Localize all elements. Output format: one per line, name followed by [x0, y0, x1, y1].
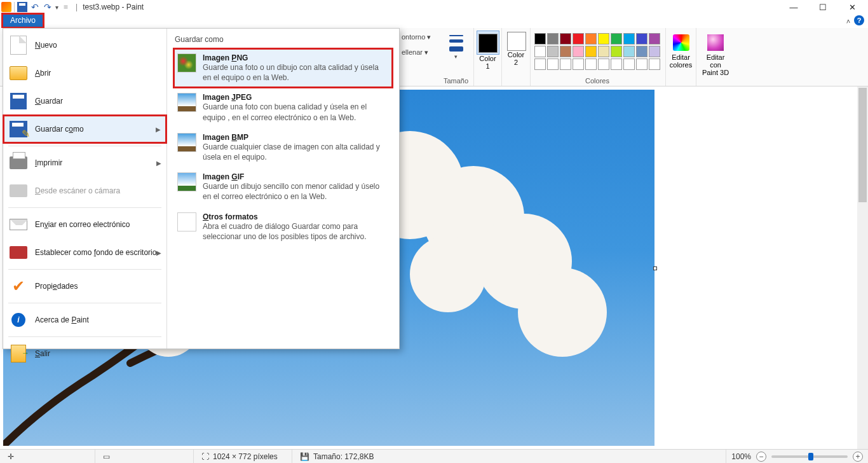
palette-swatch[interactable]: [547, 33, 559, 45]
menu-separator: [8, 336, 161, 337]
menu-properties[interactable]: ✔Propiedades: [3, 272, 166, 300]
dimensions-icon: ⛶: [201, 452, 209, 461]
file-menu: Nuevo Abrir Guardar Guardar como▶ Imprim…: [3, 28, 400, 349]
menu-save[interactable]: Guardar: [3, 87, 166, 115]
bmp-icon: [177, 133, 196, 152]
info-icon: i: [11, 313, 25, 327]
palette-swatch[interactable]: [636, 59, 648, 70]
vertical-scrollbar[interactable]: [857, 86, 868, 449]
zoom-in-button[interactable]: +: [853, 452, 863, 462]
title-bar: ↶ ↷ ▾ = | test3.webp - Paint — ☐ ✕: [0, 0, 868, 14]
palette-swatch[interactable]: [636, 46, 648, 57]
qat-separator: [14, 2, 15, 12]
gif-desc: Guarde un dibujo sencillo con menor cali…: [203, 181, 389, 202]
color-palette[interactable]: [534, 31, 660, 70]
maximize-button[interactable]: ☐: [808, 0, 837, 14]
saveas-jpeg[interactable]: Imagen JPEGGuarde una foto con buena cal…: [173, 88, 393, 127]
close-button[interactable]: ✕: [837, 0, 867, 14]
palette-swatch[interactable]: [636, 33, 648, 45]
menu-save-as[interactable]: Guardar como▶: [3, 115, 166, 143]
palette-swatch[interactable]: [547, 46, 559, 57]
palette-group: Colores: [530, 28, 666, 86]
color1-group[interactable]: Color 1: [474, 28, 502, 86]
palette-swatch[interactable]: [560, 46, 571, 57]
saveas-gif[interactable]: Imagen GIFGuarde un dibujo sencillo con …: [173, 167, 393, 207]
palette-swatch[interactable]: [611, 59, 622, 70]
palette-swatch[interactable]: [573, 33, 584, 45]
color2-swatch: [507, 32, 526, 51]
menu-set-wallpaper[interactable]: Establecer como fondo de escritorio▶: [3, 238, 166, 266]
collapse-ribbon-icon[interactable]: ʌ: [846, 17, 850, 24]
palette-swatch[interactable]: [598, 33, 609, 45]
svg-point-10: [410, 236, 486, 312]
size-button[interactable]: [446, 33, 466, 53]
fill-dropdown[interactable]: ellenar ▾: [402, 48, 428, 57]
palette-swatch[interactable]: [585, 46, 597, 57]
zoom-out-button[interactable]: −: [756, 452, 766, 462]
palette-swatch[interactable]: [598, 46, 609, 57]
menu-separator: [8, 146, 161, 146]
menu-print[interactable]: Imprimir▶: [3, 149, 166, 177]
palette-swatch[interactable]: [547, 59, 559, 70]
palette-swatch[interactable]: [560, 59, 571, 70]
zoom-slider[interactable]: [771, 455, 848, 458]
separator: |: [73, 3, 80, 11]
palette-swatch[interactable]: [623, 46, 635, 57]
color1-swatch: [478, 34, 498, 53]
saveas-bmp[interactable]: Imagen BMPGuarde cualquier clase de imag…: [173, 128, 393, 167]
zoom-controls: 100% − +: [726, 452, 868, 462]
menu-new[interactable]: Nuevo: [3, 31, 166, 59]
palette-swatch[interactable]: [534, 33, 546, 45]
palette-swatch[interactable]: [623, 33, 635, 45]
scrollbar-thumb[interactable]: [858, 88, 867, 202]
undo-icon[interactable]: ↶: [30, 2, 40, 12]
palette-swatch[interactable]: [573, 59, 584, 70]
menu-send-email[interactable]: Enviar en correo electrónico: [3, 211, 166, 238]
qat-customize-icon[interactable]: ▾: [55, 4, 58, 11]
minimize-button[interactable]: —: [779, 0, 808, 14]
help-icon[interactable]: ?: [854, 15, 864, 25]
bmp-desc: Guarde cualquier clase de imagen con alt…: [203, 142, 389, 162]
menu-exit[interactable]: Salir: [3, 340, 166, 368]
palette-swatch[interactable]: [560, 33, 571, 45]
png-desc: Guarde una foto o un dibujo con alta cal…: [203, 62, 389, 83]
redo-icon[interactable]: ↷: [43, 2, 53, 12]
outline-dropdown[interactable]: ontorno ▾: [402, 33, 431, 41]
menu-open[interactable]: Abrir: [3, 59, 166, 87]
palette-swatch[interactable]: [649, 33, 660, 45]
color2-group[interactable]: Color 2: [502, 28, 530, 86]
edit-colors-button[interactable]: Editar colores: [666, 28, 696, 86]
jpeg-icon: [177, 93, 196, 112]
jpeg-desc: Guarde una foto con buena calidad y úsel…: [203, 102, 389, 122]
menu-about[interactable]: iAcerca de Paint: [3, 306, 166, 334]
zoom-level: 100%: [731, 452, 751, 461]
paint3d-button[interactable]: Editar con Paint 3D: [696, 28, 735, 86]
resize-handle-right[interactable]: [653, 266, 657, 270]
palette-swatch[interactable]: [573, 46, 584, 57]
separator: =: [61, 3, 71, 11]
png-icon: [177, 53, 196, 73]
palette-swatch[interactable]: [534, 59, 546, 70]
save-icon[interactable]: [17, 2, 27, 12]
disk-icon: 💾: [300, 452, 309, 461]
selection-icon: ▭: [103, 452, 110, 461]
palette-swatch[interactable]: [611, 46, 622, 57]
palette-swatch[interactable]: [534, 46, 546, 57]
palette-swatch[interactable]: [623, 59, 635, 70]
palette-swatch[interactable]: [585, 59, 597, 70]
paint3d-label: Editar con Paint 3D: [702, 53, 729, 76]
mail-icon: [10, 219, 27, 230]
palette-swatch[interactable]: [598, 59, 609, 70]
saveas-other[interactable]: Otros formatosAbra el cuadro de diálogo …: [173, 207, 393, 247]
palette-swatch[interactable]: [649, 46, 660, 57]
palette-swatch[interactable]: [585, 33, 597, 45]
saveas-png[interactable]: Imagen PNGGuarde una foto o un dibujo co…: [173, 48, 393, 88]
palette-swatch[interactable]: [611, 33, 622, 45]
chevron-right-icon: ▶: [156, 249, 161, 256]
file-tab[interactable]: Archivo: [3, 14, 43, 27]
chevron-down-icon: ▾: [454, 53, 458, 60]
zoom-slider-thumb[interactable]: [808, 453, 813, 460]
palette-swatch[interactable]: [649, 59, 660, 70]
status-bar: ✛ ▭ ⛶1024 × 772 píxeles 💾Tamaño: 172,8KB…: [0, 449, 868, 463]
other-desc: Abra el cuadro de diálogo Guardar como p…: [203, 221, 389, 242]
